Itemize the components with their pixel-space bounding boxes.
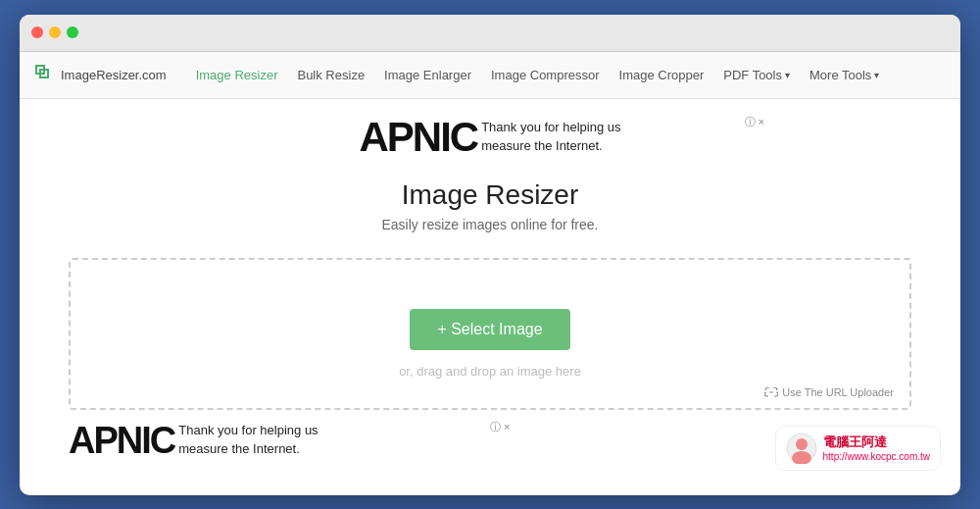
nav-bar: ImageResizer.com Image Resizer Bulk Resi…	[20, 52, 960, 99]
ad-banner-top: APNIC Thank you for helping us measure t…	[20, 109, 960, 164]
ad-text-top: Thank you for helping us measure the Int…	[481, 119, 620, 154]
hero-subtitle: Easily resize images online for free.	[20, 217, 960, 232]
logo[interactable]: ImageResizer.com	[35, 65, 167, 84]
ad-close-bottom[interactable]: ⓘ ×	[490, 420, 510, 434]
nav-image-cropper[interactable]: Image Cropper	[619, 68, 705, 82]
chevron-down-icon: ▾	[785, 70, 790, 80]
watermark-avatar	[786, 433, 817, 464]
watermark: 電腦王阿達 http://www.kocpc.com.tw	[775, 426, 941, 471]
main-content: APNIC Thank you for helping us measure t…	[20, 99, 960, 483]
nav-image-enlarger[interactable]: Image Enlarger	[384, 68, 471, 82]
ad-banner-bottom: APNIC Thank you for helping us measure t…	[20, 410, 960, 463]
hero-section: Image Resizer Easily resize images onlin…	[20, 164, 960, 258]
apnic-logo-bottom: APNIC	[69, 422, 174, 459]
logo-text: ImageResizer.com	[61, 68, 167, 82]
traffic-lights	[31, 26, 78, 38]
browser-window: ImageResizer.com Image Resizer Bulk Resi…	[20, 15, 960, 495]
chevron-down-icon: ▾	[874, 70, 879, 80]
link-icon	[764, 387, 778, 397]
ad-close-top[interactable]: ⓘ ×	[745, 115, 764, 129]
nav-image-resizer[interactable]: Image Resizer	[196, 68, 278, 82]
nav-links: Image Resizer Bulk Resize Image Enlarger…	[196, 68, 945, 82]
logo-icon	[35, 65, 55, 84]
apnic-logo-top: APNIC	[359, 117, 477, 158]
ad-text-bottom: Thank you for helping us measure the Int…	[178, 422, 318, 457]
svg-point-3	[796, 438, 808, 450]
url-uploader[interactable]: Use The URL Uploader	[764, 386, 894, 398]
nav-image-compressor[interactable]: Image Compressor	[491, 68, 600, 82]
maximize-button[interactable]	[67, 26, 78, 38]
nav-bulk-resize[interactable]: Bulk Resize	[297, 68, 365, 82]
drag-drop-label: or, drag and drop an image here	[399, 364, 581, 379]
nav-more-tools[interactable]: More Tools ▾	[809, 68, 879, 82]
watermark-brand: 電腦王阿達	[823, 433, 930, 451]
ad-banner-bottom-inner: APNIC Thank you for helping us measure t…	[69, 422, 318, 459]
title-bar	[20, 15, 960, 52]
upload-area[interactable]: + Select Image or, drag and drop an imag…	[69, 258, 911, 410]
minimize-button[interactable]	[49, 26, 61, 38]
page-title: Image Resizer	[20, 179, 960, 211]
ad-banner-top-inner: APNIC Thank you for helping us measure t…	[359, 117, 620, 158]
watermark-url: http://www.kocpc.com.tw	[823, 451, 930, 462]
close-button[interactable]	[31, 26, 43, 38]
nav-pdf-tools[interactable]: PDF Tools ▾	[723, 68, 790, 82]
select-image-button[interactable]: + Select Image	[410, 309, 569, 350]
